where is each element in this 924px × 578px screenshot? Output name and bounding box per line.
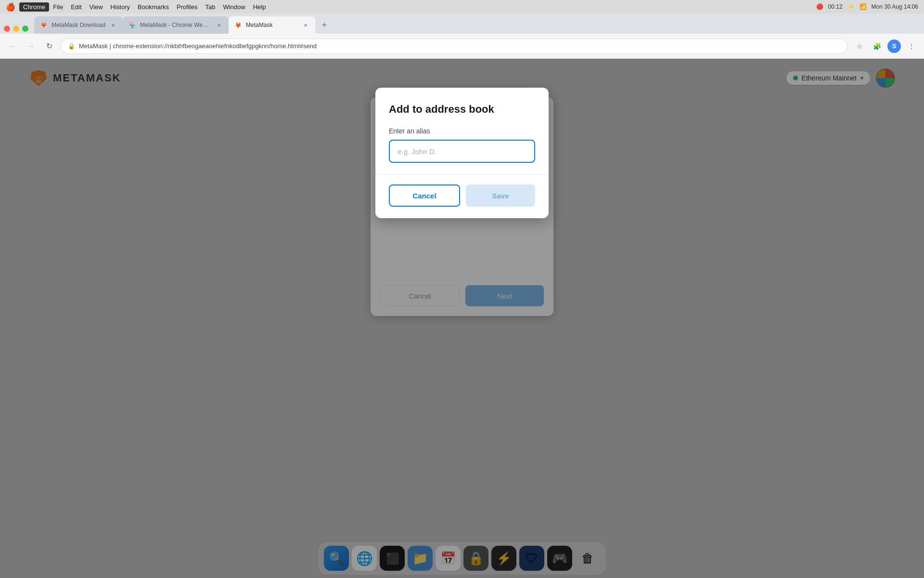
reload-button[interactable]: ↻	[42, 39, 56, 53]
alias-input[interactable]	[389, 140, 535, 163]
back-button[interactable]: ←	[6, 39, 19, 53]
tab-metamask-download[interactable]: 🦊 MetaMask Download ✕	[34, 16, 123, 34]
address-input[interactable]: 🔒 MetaMask | chrome-extension://nkbihfbe…	[61, 39, 848, 54]
tab-metamask-active[interactable]: 🦊 MetaMask ✕	[229, 16, 315, 34]
new-tab-button[interactable]: +	[317, 18, 332, 32]
alias-label: Enter an alias	[389, 127, 535, 135]
address-bar-actions: ☆ 🧩 S ⋮	[853, 39, 918, 53]
tab-close-3[interactable]: ✕	[302, 21, 309, 29]
add-to-address-book-modal: Add to address book Enter an alias Cance…	[375, 88, 549, 218]
modal-save-button[interactable]: Save	[466, 184, 535, 207]
menubar-help[interactable]: Help	[249, 2, 270, 12]
extensions-button[interactable]: 🧩	[870, 39, 884, 53]
battery-recording-icon: 🔴	[816, 3, 823, 10]
tab-title-1: MetaMask Download	[51, 22, 105, 28]
menubar-right: 🔴 00:12 ⚡ 📶 Mon 30 Aug 14:06	[816, 3, 918, 10]
tab-title-2: MetaMask - Chrome Web Stor...	[140, 22, 211, 28]
wifi-icon: 📶	[860, 3, 867, 10]
recording-time: 00:12	[828, 3, 843, 10]
tab-title-3: MetaMask	[246, 22, 298, 28]
menubar-window[interactable]: Window	[219, 2, 249, 12]
menubar-edit[interactable]: Edit	[67, 2, 85, 12]
minimize-window-button[interactable]	[13, 26, 19, 32]
menubar-file[interactable]: File	[49, 2, 67, 12]
apple-menu-icon[interactable]: 🍎	[6, 2, 15, 12]
menubar-view[interactable]: View	[86, 2, 107, 12]
address-text: MetaMask | chrome-extension://nkbihfbeog…	[79, 42, 841, 50]
bolt-icon: ⚡	[847, 3, 855, 10]
menubar-bookmarks[interactable]: Bookmarks	[134, 2, 173, 12]
menubar-history[interactable]: History	[107, 2, 134, 12]
tab-bar: 🦊 MetaMask Download ✕ 🏪 MetaMask - Chrom…	[0, 13, 924, 34]
maximize-window-button[interactable]	[22, 26, 28, 32]
tab-close-2[interactable]: ✕	[215, 21, 223, 29]
profile-button[interactable]: S	[887, 39, 901, 53]
tab-close-1[interactable]: ✕	[109, 21, 117, 29]
modal-cancel-button[interactable]: Cancel	[389, 184, 460, 207]
bookmark-button[interactable]: ☆	[853, 39, 866, 53]
clock: Mon 30 Aug 14:06	[872, 3, 918, 10]
menubar: 🍎 Chrome File Edit View History Bookmark…	[0, 0, 924, 13]
page-content: METAMASK Ethereum Mainnet ▾ Amount: Max	[0, 59, 924, 578]
chrome-window: 🦊 MetaMask Download ✕ 🏪 MetaMask - Chrom…	[0, 13, 924, 578]
modal-overlay: Add to address book Enter an alias Cance…	[0, 59, 924, 578]
menubar-profiles[interactable]: Profiles	[173, 2, 201, 12]
menubar-chrome[interactable]: Chrome	[19, 2, 49, 12]
more-button[interactable]: ⋮	[905, 39, 918, 53]
tab-favicon-1: 🦊	[40, 21, 48, 29]
modal-divider	[375, 174, 549, 175]
tab-favicon-3: 🦊	[234, 21, 242, 29]
modal-buttons: Cancel Save	[389, 184, 535, 207]
tab-favicon-2: 🏪	[128, 21, 136, 29]
tab-chrome-webstore[interactable]: 🏪 MetaMask - Chrome Web Stor... ✕	[123, 16, 229, 34]
close-window-button[interactable]	[4, 26, 10, 32]
forward-button[interactable]: →	[24, 39, 38, 53]
lock-icon: 🔒	[68, 43, 75, 50]
menubar-tab[interactable]: Tab	[201, 2, 219, 12]
modal-title: Add to address book	[389, 103, 535, 116]
address-bar: ← → ↻ 🔒 MetaMask | chrome-extension://nk…	[0, 34, 924, 59]
